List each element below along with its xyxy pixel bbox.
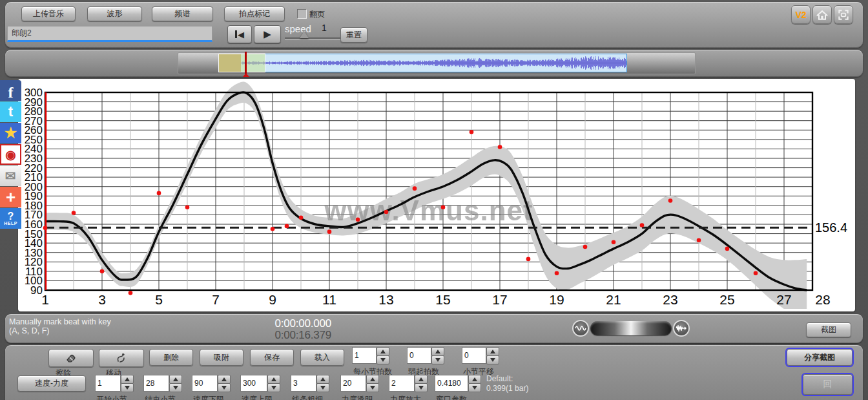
- home-button[interactable]: [812, 5, 832, 24]
- end-bar-up-button[interactable]: [169, 375, 182, 384]
- share-screenshot-button[interactable]: 分享截图: [787, 349, 852, 366]
- svg-text:25: 25: [719, 292, 734, 307]
- page-flip-checkbox[interactable]: [297, 9, 307, 19]
- weibo-icon: ◉: [5, 147, 16, 162]
- upload-music-button[interactable]: 上传音乐: [21, 6, 76, 21]
- start-bar-down-button[interactable]: [121, 383, 134, 392]
- weibo-share-button[interactable]: ◉: [0, 144, 21, 165]
- window-default-label: Default:: [486, 374, 513, 383]
- tempo-max-down-button[interactable]: [267, 383, 280, 392]
- more-share-button[interactable]: +: [0, 187, 21, 207]
- dyn-scale-value[interactable]: 2: [389, 375, 415, 392]
- beats-per-bar-up-button[interactable]: [377, 347, 389, 356]
- volume-max-button[interactable]: [673, 320, 690, 337]
- skip-bar-icon: [235, 30, 237, 38]
- tempo-min-down-button[interactable]: [218, 383, 231, 392]
- save-button[interactable]: 保存: [250, 349, 294, 366]
- watermark: www.Vmus.net: [324, 195, 533, 226]
- end-bar-value[interactable]: 28: [143, 375, 169, 392]
- plus-icon: +: [6, 190, 16, 204]
- dyn-scale-down-button[interactable]: [415, 383, 428, 392]
- bar-shift-down-button[interactable]: [486, 355, 499, 364]
- speed-slider-track[interactable]: [285, 37, 344, 39]
- tempo-max-up-button[interactable]: [267, 375, 280, 384]
- pickup-beats-down-button[interactable]: [431, 355, 444, 364]
- reset-button[interactable]: 重置: [340, 27, 367, 43]
- volume-min-button[interactable]: [572, 320, 589, 337]
- snap-button[interactable]: 吸附: [200, 349, 243, 366]
- end-bar-down-button[interactable]: [169, 383, 182, 392]
- play-button[interactable]: ▶: [254, 25, 281, 43]
- bar-shift-value[interactable]: 0: [462, 347, 486, 364]
- mark-beat-hint-line2: (A, S, D, F): [9, 326, 50, 335]
- dyn-alpha-value[interactable]: 20: [340, 375, 366, 392]
- volume-slider[interactable]: [590, 321, 672, 335]
- svg-text:9: 9: [269, 292, 276, 307]
- beat-mark-button[interactable]: 拍点标记: [224, 6, 285, 21]
- window-param-down-button[interactable]: [468, 383, 481, 392]
- dyn-alpha-up-button[interactable]: [366, 375, 379, 384]
- dyn-alpha-down-button[interactable]: [366, 383, 379, 392]
- start-bar-value[interactable]: 1: [95, 375, 121, 392]
- tempo-min-up-button[interactable]: [218, 375, 231, 384]
- erase-tool-button[interactable]: [48, 349, 94, 367]
- speed-slider-thumb[interactable]: [300, 31, 309, 38]
- dyn-scale-label: 力度放大: [390, 394, 421, 400]
- delete-button[interactable]: 删除: [149, 349, 193, 366]
- eraser-icon: [65, 352, 78, 364]
- home-icon: [816, 8, 829, 21]
- audio-region[interactable]: [233, 54, 627, 72]
- bar-shift-up-button[interactable]: [486, 347, 499, 356]
- small-wave-icon: [575, 324, 586, 333]
- line-width-up-button[interactable]: [316, 375, 329, 384]
- view-window-selection[interactable]: [218, 54, 265, 72]
- pickup-beats-value[interactable]: 0: [407, 347, 431, 364]
- tempo-min-value[interactable]: 90: [192, 375, 218, 392]
- help-button[interactable]: ? HELP: [0, 208, 21, 229]
- start-bar-up-button[interactable]: [121, 375, 134, 384]
- overview-track[interactable]: [178, 52, 696, 74]
- tempo-max-label: 速度上限: [242, 394, 273, 400]
- line-width-value[interactable]: 3: [291, 375, 316, 392]
- pickup-beats-up-button[interactable]: [431, 347, 444, 356]
- svg-text:13: 13: [378, 292, 393, 307]
- window-param-up-button[interactable]: [468, 375, 481, 384]
- fullscreen-button[interactable]: [834, 5, 853, 24]
- email-share-button[interactable]: ✉: [0, 165, 21, 186]
- window-param-value[interactable]: 0.4180: [435, 375, 468, 392]
- facebook-share-button[interactable]: f: [0, 80, 21, 101]
- load-button[interactable]: 载入: [300, 349, 344, 366]
- selection-played-region: [219, 54, 241, 72]
- playhead-marker-triangle: [243, 73, 249, 77]
- twitter-share-button[interactable]: t: [0, 101, 21, 122]
- tempo-dynamics-button[interactable]: 速度-力度: [17, 375, 86, 392]
- skip-back-icon: ◀: [238, 30, 244, 39]
- tempo-max-value[interactable]: 300: [240, 375, 267, 392]
- window-default-value: 0.399(1 bar): [486, 384, 528, 393]
- waveform-view-button[interactable]: 波形: [87, 6, 142, 21]
- qzone-star-icon: ★: [5, 125, 17, 142]
- waveform-overview[interactable]: [234, 54, 626, 72]
- page-flip-label: 翻页: [309, 9, 325, 20]
- screenshot-button[interactable]: 截图: [806, 322, 851, 337]
- qzone-share-button[interactable]: ★: [0, 123, 21, 143]
- window-param-label: 窗口参数: [436, 394, 467, 400]
- dyn-scale-up-button[interactable]: [415, 375, 428, 384]
- line-width-down-button[interactable]: [316, 383, 329, 392]
- overview-playhead[interactable]: [245, 52, 247, 75]
- track-name-input[interactable]: [7, 26, 212, 42]
- skip-to-start-button[interactable]: ◀: [227, 25, 252, 43]
- svg-text:300: 300: [25, 87, 43, 99]
- svg-text:19: 19: [549, 292, 564, 307]
- beats-per-bar-down-button[interactable]: [377, 355, 389, 364]
- help-question-icon: ?: [8, 211, 14, 221]
- beats-per-bar-value[interactable]: 1: [352, 347, 377, 364]
- spectrum-view-button[interactable]: 频谱: [152, 6, 213, 21]
- line-width-label: 线条粗细: [292, 394, 323, 400]
- replay-button-disabled[interactable]: 回: [803, 374, 852, 395]
- play-icon: ▶: [264, 28, 271, 40]
- svg-text:3: 3: [98, 292, 106, 307]
- tempo-min-label: 速度下限: [193, 394, 224, 400]
- tempo-chart[interactable]: www.Vmus.net156.490100110120130140150160…: [18, 79, 855, 311]
- move-tool-button[interactable]: [99, 349, 144, 367]
